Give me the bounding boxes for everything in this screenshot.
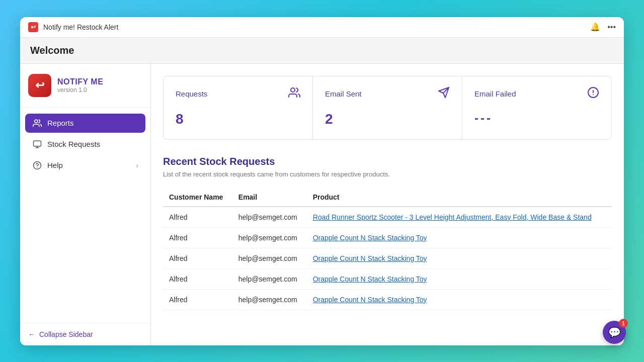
stat-card-requests: Requests 8 xyxy=(164,76,313,139)
col-product: Product xyxy=(307,188,612,207)
cell-customer-1: Alfred xyxy=(163,227,232,248)
stat-card-email-sent: Email Sent 2 xyxy=(313,76,462,139)
reports-icon xyxy=(32,119,42,128)
title-bar: ↩ Notify me! Restock Alert 🔔 ••• xyxy=(20,17,624,38)
cell-email-0: help@semget.com xyxy=(232,207,307,228)
brand-name: NOTIFY ME xyxy=(57,77,103,86)
help-icon xyxy=(32,161,42,170)
app-icon: ↩ xyxy=(28,22,38,32)
table-header: Customer Name Email Product xyxy=(163,188,612,207)
email-failed-icon xyxy=(587,86,599,101)
email-sent-label: Email Sent xyxy=(325,89,362,98)
cell-customer-4: Alfred xyxy=(163,289,232,310)
cell-customer-3: Alfred xyxy=(163,268,232,289)
title-bar-actions: 🔔 ••• xyxy=(590,22,616,32)
notification-icon[interactable]: 🔔 xyxy=(590,22,600,32)
stock-requests-label: Stock Requests xyxy=(47,140,100,148)
col-email: Email xyxy=(232,188,307,207)
stat-header-email-sent: Email Sent xyxy=(325,86,450,101)
stock-requests-icon xyxy=(32,140,42,149)
stat-header-email-failed: Email Failed xyxy=(474,86,599,101)
stat-card-email-failed: Email Failed --- xyxy=(462,76,611,139)
requests-value: 8 xyxy=(176,111,300,127)
email-sent-icon xyxy=(438,86,450,101)
stats-row: Requests 8 Email Sent 2 xyxy=(163,76,612,140)
main-content: Requests 8 Email Sent 2 xyxy=(151,64,624,345)
sidebar-footer: ← Collapse Sidebar xyxy=(20,323,150,345)
chat-bubble-button[interactable]: 💬 1 xyxy=(603,321,626,344)
title-bar-left: ↩ Notify me! Restock Alert xyxy=(28,22,118,32)
requests-icon xyxy=(288,86,300,101)
cell-email-4: help@semget.com xyxy=(232,289,307,310)
welcome-bar: Welcome xyxy=(20,38,624,64)
cell-email-1: help@semget.com xyxy=(232,227,307,248)
email-failed-value: --- xyxy=(474,111,599,125)
app-title: Notify me! Restock Alert xyxy=(43,23,118,31)
table-row: Alfred help@semget.com Orapple Count N S… xyxy=(163,248,612,268)
help-label: Help xyxy=(47,161,63,169)
sidebar-item-stock-requests[interactable]: Stock Requests xyxy=(25,135,145,154)
cell-customer-0: Alfred xyxy=(163,207,232,228)
stat-header-requests: Requests xyxy=(176,86,300,101)
sidebar-nav: Reports Stock Requests Help › xyxy=(20,108,150,323)
svg-point-6 xyxy=(291,88,295,92)
cell-email-2: help@semget.com xyxy=(232,248,307,268)
sidebar-brand: ↩ NOTIFY ME version 1.0 xyxy=(20,64,150,108)
cell-product-2[interactable]: Orapple Count N Stack Stacking Toy xyxy=(307,248,612,268)
cell-customer-2: Alfred xyxy=(163,248,232,268)
email-sent-value: 2 xyxy=(325,111,450,127)
cell-product-0[interactable]: Road Runner Sportz Scooter - 3 Level Hei… xyxy=(307,207,612,228)
recent-requests-title: Recent Stock Requests xyxy=(163,156,612,167)
table-row: Alfred help@semget.com Road Runner Sport… xyxy=(163,207,612,228)
cell-product-4[interactable]: Orapple Count N Stack Stacking Toy xyxy=(307,289,612,310)
cell-product-3[interactable]: Orapple Count N Stack Stacking Toy xyxy=(307,268,612,289)
collapse-sidebar-button[interactable]: ← Collapse Sidebar xyxy=(28,330,142,338)
arrow-left-icon: ← xyxy=(28,330,35,338)
more-options-icon[interactable]: ••• xyxy=(607,23,616,32)
svg-point-0 xyxy=(35,120,38,123)
email-failed-label: Email Failed xyxy=(474,89,516,98)
table-row: Alfred help@semget.com Orapple Count N S… xyxy=(163,289,612,310)
brand-version: version 1.0 xyxy=(57,86,103,94)
brand-logo: ↩ xyxy=(28,74,51,97)
app-window: ↩ Notify me! Restock Alert 🔔 ••• Welcome… xyxy=(20,17,624,345)
brand-text: NOTIFY ME version 1.0 xyxy=(57,77,103,94)
reports-label: Reports xyxy=(47,119,74,127)
chat-badge: 1 xyxy=(619,319,628,328)
table-row: Alfred help@semget.com Orapple Count N S… xyxy=(163,227,612,248)
svg-rect-1 xyxy=(34,141,41,146)
recent-requests-section: Recent Stock Requests List of the recent… xyxy=(163,156,612,310)
collapse-label: Collapse Sidebar xyxy=(39,330,93,338)
chevron-right-icon: › xyxy=(136,161,138,169)
sidebar-item-reports[interactable]: Reports xyxy=(25,114,145,133)
col-customer-name: Customer Name xyxy=(163,188,232,207)
sidebar: ↩ NOTIFY ME version 1.0 Reports xyxy=(20,64,151,345)
cell-email-3: help@semget.com xyxy=(232,268,307,289)
main-layout: ↩ NOTIFY ME version 1.0 Reports xyxy=(20,64,624,345)
sidebar-item-help[interactable]: Help › xyxy=(25,156,145,175)
table-body: Alfred help@semget.com Road Runner Sport… xyxy=(163,207,612,310)
chat-icon: 💬 xyxy=(608,326,621,338)
recent-requests-subtitle: List of the recent stock requests came f… xyxy=(163,170,612,178)
stock-requests-table: Customer Name Email Product Alfred help@… xyxy=(163,188,612,310)
cell-product-1[interactable]: Orapple Count N Stack Stacking Toy xyxy=(307,227,612,248)
requests-label: Requests xyxy=(176,89,207,98)
table-row: Alfred help@semget.com Orapple Count N S… xyxy=(163,268,612,289)
welcome-heading: Welcome xyxy=(30,45,614,56)
